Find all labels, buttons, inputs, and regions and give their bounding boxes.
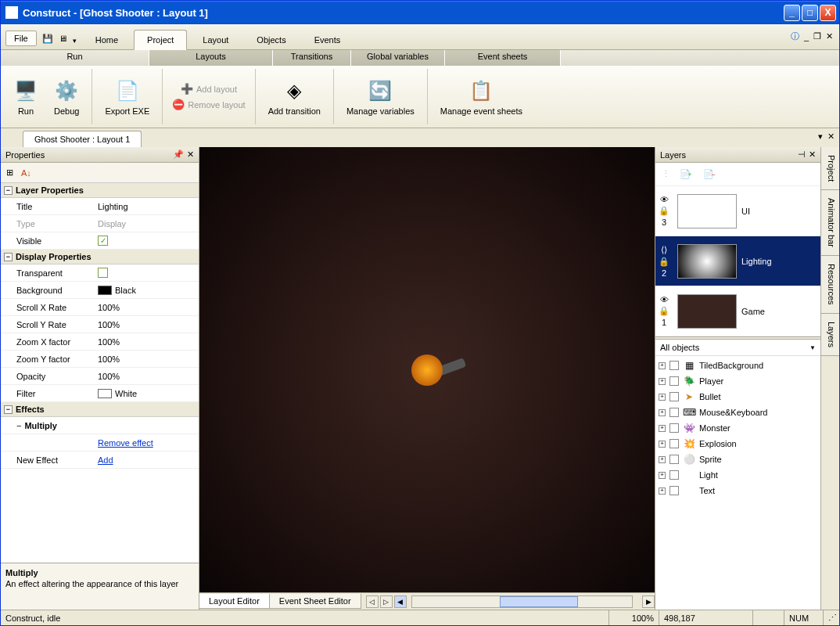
event-sheet-editor-tab[interactable]: Event Sheet Editor	[269, 594, 361, 609]
collapse-icon[interactable]: −	[4, 253, 13, 261]
prop-opacity-value[interactable]: 100%	[95, 369, 199, 383]
eye-icon[interactable]: 👁	[660, 295, 669, 304]
object-item[interactable]: +Light	[655, 467, 820, 483]
remove-layer-icon[interactable]: 📄−	[702, 167, 717, 182]
monitor-icon[interactable]: 🖥	[57, 32, 70, 45]
subtab-globals[interactable]: Global variables	[351, 50, 445, 66]
expand-icon[interactable]: +	[659, 487, 666, 495]
tab-events[interactable]: Events	[302, 31, 354, 49]
sidetab-project[interactable]: Project	[821, 147, 839, 190]
collapse-icon[interactable]: −	[16, 421, 21, 430]
panel-close-icon[interactable]: ✕	[187, 149, 194, 160]
sidetab-layers[interactable]: Layers	[821, 314, 839, 356]
tab-layout[interactable]: Layout	[190, 31, 241, 49]
nav-left-icon[interactable]: ◀	[394, 595, 407, 608]
object-checkbox[interactable]	[669, 408, 679, 417]
subtab-layouts[interactable]: Layouts	[149, 50, 273, 66]
collapse-icon[interactable]: −	[4, 186, 13, 195]
categorized-icon[interactable]: ⊞	[4, 165, 16, 180]
subtab-run[interactable]: Run	[1, 50, 149, 66]
resize-grip-icon[interactable]: ⋰	[824, 610, 839, 625]
save-icon[interactable]: 💾	[41, 32, 54, 45]
prop-background-value[interactable]: Black	[95, 283, 199, 297]
prop-zoomy-value[interactable]: 100%	[95, 352, 199, 366]
nav-first-icon[interactable]: ◁	[366, 595, 379, 608]
layout-canvas[interactable]	[199, 147, 655, 592]
alphabetical-icon[interactable]: A↓	[19, 166, 34, 180]
expand-icon[interactable]: +	[659, 425, 666, 432]
sidetab-animator[interactable]: Animator bar	[821, 190, 839, 256]
object-item[interactable]: +👾Monster	[655, 420, 820, 436]
lock-icon[interactable]: 🔒	[659, 206, 669, 216]
debug-button[interactable]: ⚙️ Debug	[46, 75, 87, 119]
object-item[interactable]: +▦TiledBackground	[655, 358, 820, 373]
subtab-eventsheets[interactable]: Event sheets	[445, 50, 561, 66]
object-item[interactable]: +⚪Sprite	[655, 452, 820, 467]
file-menu[interactable]: File	[5, 31, 37, 46]
object-checkbox[interactable]	[669, 423, 679, 433]
document-tab[interactable]: Ghost Shooter : Layout 1	[23, 131, 142, 147]
expand-icon[interactable]: +	[659, 409, 666, 416]
expand-icon[interactable]: +	[659, 472, 666, 479]
visible-checkbox[interactable]: ✓	[98, 236, 108, 246]
quick-dropdown-icon[interactable]: ▾	[73, 37, 77, 45]
layer-item-lighting[interactable]: ⟨⟩🔒2 Lighting	[655, 236, 820, 286]
close-button[interactable]: X	[820, 5, 836, 21]
transparent-checkbox[interactable]	[98, 268, 108, 278]
expand-icon[interactable]: +	[659, 394, 666, 401]
lock-icon[interactable]: 🔒	[659, 257, 669, 267]
object-checkbox[interactable]	[669, 470, 679, 480]
object-item[interactable]: +➤Bullet	[655, 389, 820, 405]
layer-item-game[interactable]: 👁🔒1 Game	[655, 286, 820, 336]
object-checkbox[interactable]	[669, 376, 679, 386]
tab-project[interactable]: Project	[134, 30, 187, 50]
objects-dropdown[interactable]: All objects ▼	[655, 340, 820, 356]
object-item[interactable]: +💥Explosion	[655, 436, 820, 452]
object-item[interactable]: +🪲Player	[655, 373, 820, 389]
player-sprite[interactable]	[396, 339, 458, 401]
object-checkbox[interactable]	[669, 392, 679, 401]
tab-objects[interactable]: Objects	[244, 31, 298, 49]
prop-zoomx-value[interactable]: 100%	[95, 335, 199, 349]
prop-title-value[interactable]: Lighting	[95, 200, 199, 214]
pin-icon[interactable]: 📌	[173, 149, 184, 160]
eye-icon[interactable]: ⟨⟩	[661, 245, 667, 255]
help-icon[interactable]: ⓘ	[791, 31, 799, 42]
manage-variables-button[interactable]: 🔄 Manage variables	[339, 75, 422, 119]
mdi-close-icon[interactable]: ✕	[826, 31, 833, 41]
nav-prev-icon[interactable]: ▷	[380, 595, 393, 608]
expand-icon[interactable]: +	[659, 456, 666, 463]
tab-home[interactable]: Home	[83, 31, 131, 49]
add-layer-icon[interactable]: 📄+	[678, 167, 694, 182]
minimize-button[interactable]: _	[784, 5, 800, 21]
panel-close-icon[interactable]: ✕	[809, 149, 816, 160]
collapse-icon[interactable]: −	[4, 405, 13, 414]
export-exe-button[interactable]: 📄 Export EXE	[97, 75, 157, 119]
layout-editor-tab[interactable]: Layout Editor	[199, 594, 270, 609]
expand-icon[interactable]: +	[659, 362, 666, 369]
manage-event-sheets-button[interactable]: 📋 Manage event sheets	[433, 75, 530, 119]
add-layout-button[interactable]: ➕ Add layout	[167, 81, 249, 97]
remove-effect-link[interactable]: Remove effect	[98, 438, 153, 448]
mdi-restore-icon[interactable]: ❐	[813, 31, 821, 41]
object-checkbox[interactable]	[669, 486, 679, 495]
eye-icon[interactable]: 👁	[660, 195, 669, 204]
doctab-dropdown-icon[interactable]: ▾	[818, 131, 823, 142]
subtab-transitions[interactable]: Transitions	[273, 50, 351, 66]
prop-scrolly-value[interactable]: 100%	[95, 318, 199, 332]
maximize-button[interactable]: □	[802, 5, 818, 21]
sidetab-resources[interactable]: Resources	[821, 256, 839, 314]
lock-icon[interactable]: 🔒	[659, 306, 669, 316]
object-checkbox[interactable]	[669, 439, 679, 448]
prop-filter-value[interactable]: White	[95, 387, 199, 401]
add-effect-link[interactable]: Add	[98, 455, 113, 465]
remove-layout-button[interactable]: ⛔ Remove layout	[167, 97, 249, 113]
add-transition-button[interactable]: ◈ Add transition	[260, 75, 328, 119]
pin-icon[interactable]: ⊣	[798, 149, 806, 160]
object-checkbox[interactable]	[669, 455, 679, 464]
horizontal-scrollbar[interactable]	[411, 595, 633, 608]
object-checkbox[interactable]	[669, 361, 679, 370]
layer-item-ui[interactable]: 👁🔒3 UI	[655, 186, 820, 236]
mdi-minimize-icon[interactable]: _	[804, 32, 809, 41]
object-item[interactable]: +Text	[655, 483, 820, 498]
